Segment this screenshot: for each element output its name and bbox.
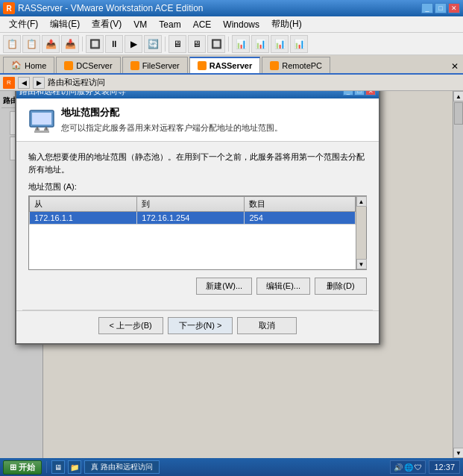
back-button[interactable]: < 上一步(B)	[98, 317, 163, 334]
toolbar-btn-2[interactable]: 📋	[22, 35, 40, 53]
menu-windows[interactable]: Windows	[217, 18, 265, 31]
toolbar-btn-15[interactable]: 📊	[290, 35, 308, 53]
menu-vm[interactable]: VM	[127, 18, 153, 31]
start-label: 开始	[19, 462, 35, 473]
tab-fileserver[interactable]: FileServer	[122, 57, 188, 73]
tab-remotepc-label: RemotePC	[282, 61, 322, 70]
row-to: 172.16.1.254	[137, 212, 245, 225]
toolbar-btn-1[interactable]: 📋	[3, 35, 21, 53]
next-button[interactable]: 下一步(N) >	[168, 317, 233, 334]
window-title: RASServer - VMware Workstation ACE Editi…	[18, 3, 204, 13]
toolbar-btn-12[interactable]: 📊	[232, 35, 250, 53]
right-scroll-thumb	[454, 102, 463, 125]
breadcrumb-text: 路由和远程访问	[48, 77, 105, 88]
taskbar: ⊞ 开始 🖥 📁 真 路由和远程访问 🔊 🌐 🛡 12:37	[0, 458, 463, 476]
toolbar-btn-11[interactable]: 🔲	[207, 35, 225, 53]
tab-fileserver-label: FileServer	[142, 61, 180, 70]
title-bar: R RASServer - VMware Workstation ACE Edi…	[0, 0, 463, 16]
breadcrumb-bar: R ◀ ▶ 路由和远程访问	[0, 75, 463, 91]
menu-file[interactable]: 文件(F)	[3, 16, 44, 32]
toolbar-btn-5[interactable]: 🔲	[86, 35, 104, 53]
breadcrumb-back[interactable]: ◀	[18, 77, 30, 89]
row-count: 254	[245, 212, 356, 225]
taskbar-icon-1[interactable]: 🖥	[51, 460, 65, 474]
dialog-header-desc: 您可以指定此服务器用来对远程客户端分配地址的地址范围。	[61, 122, 368, 134]
menu-bar: 文件(F) 编辑(E) 查看(V) VM Team ACE Windows 帮助…	[0, 16, 463, 33]
toolbar-btn-9[interactable]: 🖥	[168, 35, 186, 53]
menu-edit[interactable]: 编辑(E)	[44, 16, 86, 32]
tab-dcserver-label: DCServer	[76, 61, 112, 70]
dialog-header: 地址范围分配 您可以指定此服务器用来对远程客户端分配地址的地址范围。	[16, 98, 379, 142]
delete-button[interactable]: 删除(D)	[315, 278, 367, 295]
taskbar-right: 🔊 🌐 🛡 12:37	[390, 460, 460, 474]
restore-button[interactable]: □	[435, 3, 447, 13]
toolbar-btn-4[interactable]: 📥	[61, 35, 79, 53]
dialog-body-desc: 输入您想要使用的地址范围（静态池）。在用到下一个之前，此服务器将用第一个范围去分…	[28, 151, 367, 175]
dialog-header-icon	[27, 104, 57, 134]
menu-view[interactable]: 查看(V)	[86, 16, 127, 32]
taskbar-icon-2[interactable]: 📁	[68, 460, 81, 474]
start-button[interactable]: ⊞ 开始	[3, 460, 42, 475]
address-table-area: 从 到 数目 172.16.1.1 172.16.1.254 254	[29, 196, 356, 269]
breadcrumb-icon: R	[3, 77, 15, 89]
address-table-container: 从 到 数目 172.16.1.1 172.16.1.254 254	[28, 195, 367, 270]
table-row[interactable]: 172.16.1.1 172.16.1.254 254	[30, 212, 356, 225]
menu-ace[interactable]: ACE	[187, 18, 218, 31]
breadcrumb-forward[interactable]: ▶	[33, 77, 45, 89]
tab-home-icon: 🏠	[11, 60, 22, 70]
taskbar-sep	[46, 461, 47, 473]
clock-display: 12:37	[434, 463, 455, 472]
toolbar-btn-3[interactable]: 📤	[42, 35, 60, 53]
taskbar-window-item[interactable]: 真 路由和远程访问	[84, 460, 160, 474]
edit-button[interactable]: 编辑(E)...	[256, 278, 310, 295]
toolbar-btn-13[interactable]: 📊	[251, 35, 269, 53]
close-button[interactable]: ✕	[448, 3, 460, 13]
clock: 12:37	[429, 460, 460, 474]
toolbar-btn-6[interactable]: ⏸	[105, 35, 123, 53]
tab-rasserver-label: RASServer	[210, 61, 252, 70]
action-buttons: 新建(W)... 编辑(E)... 删除(D)	[28, 278, 367, 295]
system-tray: 🔊 🌐 🛡	[390, 460, 426, 474]
scroll-down-arrow[interactable]: ▼	[356, 259, 367, 269]
title-bar-controls: _ □ ✕	[421, 3, 460, 13]
toolbar-btn-8[interactable]: 🔄	[144, 35, 162, 53]
row-from: 172.16.1.1	[30, 212, 137, 225]
title-bar-left: R RASServer - VMware Workstation ACE Edi…	[3, 2, 204, 14]
app-icon: R	[3, 2, 15, 14]
menu-help[interactable]: 帮助(H)	[265, 16, 308, 32]
tab-rasserver-icon	[198, 61, 207, 70]
minimize-button[interactable]: _	[421, 3, 433, 13]
nav-buttons: < 上一步(B) 下一步(N) > 取消	[16, 310, 379, 337]
address-table: 从 到 数目 172.16.1.1 172.16.1.254 254	[29, 196, 356, 225]
col-from: 从	[30, 197, 137, 212]
tab-bar: 🏠 Home DCServer FileServer RASServer Rem…	[0, 55, 463, 75]
tab-remotepc[interactable]: RemotePC	[262, 57, 330, 73]
right-scroll-down[interactable]: ▼	[453, 448, 463, 458]
toolbar-sep-2	[165, 37, 166, 51]
col-to: 到	[137, 197, 245, 212]
tab-home[interactable]: 🏠 Home	[3, 57, 54, 73]
dialog-body: 输入您想要使用的地址范围（静态池）。在用到下一个之前，此服务器将用第一个范围去分…	[16, 142, 379, 310]
tray-icon-2: 🌐	[404, 463, 413, 472]
toolbar-btn-14[interactable]: 📊	[271, 35, 289, 53]
scroll-up-arrow[interactable]: ▲	[356, 196, 367, 207]
cancel-button[interactable]: 取消	[237, 317, 297, 334]
tab-rasserver[interactable]: RASServer	[189, 57, 260, 73]
tab-bar-close[interactable]: ✕	[450, 60, 460, 73]
tab-fileserver-icon	[130, 61, 139, 70]
tab-dcserver[interactable]: DCServer	[56, 57, 120, 73]
dialog-header-title: 地址范围分配	[61, 106, 368, 119]
tab-remotepc-icon	[270, 61, 279, 70]
toolbar-btn-10[interactable]: 🖥	[188, 35, 206, 53]
main-area: R ◀ ▶ 路由和远程访问 路由 🖥 📁 ▲ ▼ 路由和远程访问服务安装向导 _…	[0, 75, 463, 458]
address-range-label: 地址范围 (A):	[28, 181, 367, 192]
toolbar-btn-7[interactable]: ▶	[125, 35, 142, 53]
tray-icon-3: 🛡	[415, 463, 422, 472]
tab-dcserver-icon	[64, 61, 73, 70]
right-scroll-up[interactable]: ▲	[453, 91, 463, 101]
svg-rect-1	[32, 113, 51, 125]
wizard-dialog: 路由和远程访问服务安装向导 _ □ ✕ 地址	[15, 82, 380, 345]
menu-team[interactable]: Team	[153, 18, 186, 31]
tab-home-label: Home	[25, 61, 46, 70]
new-button[interactable]: 新建(W)...	[196, 278, 252, 295]
